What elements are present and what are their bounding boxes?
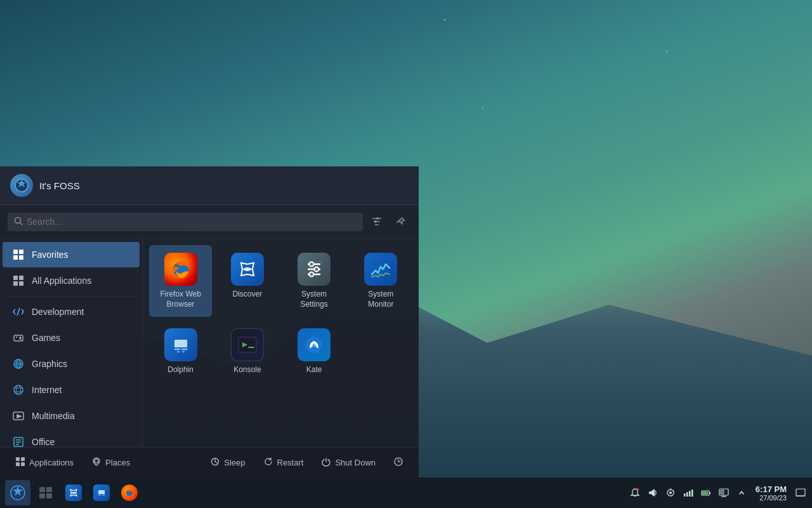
shutdown-label: Shut Down xyxy=(335,458,376,467)
firefox-label: Firefox Web Browser xyxy=(154,290,207,309)
app-item-system-settings[interactable]: System Settings xyxy=(283,245,346,317)
places-label: Places xyxy=(105,458,130,467)
kate-label: Kate xyxy=(306,365,322,375)
show-desktop-icon[interactable] xyxy=(794,486,807,499)
sidebar: Favorites All Applications xyxy=(0,239,143,447)
taskbar-dolphin[interactable] xyxy=(89,480,114,505)
svg-rect-13 xyxy=(19,276,23,280)
restart-button[interactable]: Restart xyxy=(256,453,311,472)
discover-icon xyxy=(231,253,264,286)
sidebar-item-games[interactable]: Games xyxy=(3,325,140,351)
places-button[interactable]: Places xyxy=(84,453,138,472)
svg-rect-34 xyxy=(16,442,21,443)
shutdown-icon xyxy=(321,457,331,469)
volume-tray-icon[interactable] xyxy=(664,486,677,499)
sleep-label: Sleep xyxy=(224,458,245,467)
app-item-dolphin[interactable]: Dolphin xyxy=(149,321,212,383)
sidebar-item-multimedia[interactable]: Multimedia xyxy=(3,403,140,429)
svg-rect-92 xyxy=(691,490,693,497)
notifications-tray-icon[interactable] xyxy=(629,486,641,499)
sidebar-item-label: Development xyxy=(32,307,84,317)
sidebar-item-internet[interactable]: Internet xyxy=(3,377,140,403)
svg-rect-90 xyxy=(686,492,688,497)
sidebar-item-label: Office xyxy=(32,437,55,447)
svg-rect-74 xyxy=(46,493,52,498)
restart-icon xyxy=(263,457,273,469)
taskbar-left xyxy=(5,480,142,505)
svg-rect-94 xyxy=(702,491,708,495)
svg-rect-66 xyxy=(21,462,25,466)
taskbar-firefox[interactable] xyxy=(117,480,142,505)
star xyxy=(666,51,667,52)
system-settings-label: System Settings xyxy=(288,290,341,309)
svg-rect-64 xyxy=(21,457,25,461)
clock[interactable]: 6:17 PM 27/09/23 xyxy=(753,485,789,502)
multimedia-icon xyxy=(11,409,25,423)
svg-point-26 xyxy=(14,385,23,394)
svg-rect-99 xyxy=(721,490,724,494)
favorites-icon xyxy=(11,248,25,262)
apps-grid: Firefox Web Browser Discover xyxy=(143,239,419,447)
sidebar-item-label: Multimedia xyxy=(32,411,75,421)
sidebar-item-development[interactable]: Development xyxy=(3,299,140,324)
svg-rect-17 xyxy=(14,335,23,341)
applications-button[interactable]: Applications xyxy=(8,453,81,472)
svg-rect-71 xyxy=(39,487,45,492)
search-bar xyxy=(0,205,419,239)
svg-rect-83 xyxy=(649,491,652,494)
graphics-icon xyxy=(11,357,25,371)
shutdown-button[interactable]: Shut Down xyxy=(313,453,383,472)
desktop: It's FOSS xyxy=(0,0,812,508)
app-item-system-monitor[interactable]: System Monitor xyxy=(350,245,412,317)
sidebar-item-label: Favorites xyxy=(32,250,69,260)
taskbar-discover[interactable] xyxy=(61,480,86,505)
applications-icon xyxy=(15,457,25,469)
konsole-label: Konsole xyxy=(233,365,261,375)
svg-rect-65 xyxy=(16,462,20,466)
taskbar-right: 6:17 PM 27/09/23 xyxy=(629,485,807,502)
sidebar-item-favorites[interactable]: Favorites xyxy=(3,242,140,267)
task-manager-button[interactable] xyxy=(33,480,58,505)
svg-rect-55 xyxy=(174,349,180,350)
system-settings-icon xyxy=(298,253,331,286)
expand-tray-icon[interactable] xyxy=(735,486,748,499)
sidebar-item-label: Internet xyxy=(32,385,62,395)
taskbar: 6:17 PM 27/09/23 xyxy=(0,478,812,508)
sidebar-item-all-apps[interactable]: All Applications xyxy=(3,268,140,293)
sidebar-item-office[interactable]: Office xyxy=(3,429,140,447)
svg-rect-10 xyxy=(13,255,18,260)
star xyxy=(672,267,673,267)
filter-button[interactable] xyxy=(367,211,387,232)
sidebar-item-label: All Applications xyxy=(32,276,91,286)
app-menu: It's FOSS xyxy=(0,166,419,478)
pin-button[interactable] xyxy=(391,211,411,232)
search-input-wrapper[interactable] xyxy=(8,213,363,231)
svg-rect-14 xyxy=(13,281,18,286)
logout-icon xyxy=(393,457,403,469)
sidebar-item-label: Games xyxy=(32,333,60,343)
games-icon xyxy=(11,331,25,345)
svg-point-50 xyxy=(310,262,314,267)
audio-tray-icon[interactable] xyxy=(646,486,659,499)
search-input[interactable] xyxy=(27,217,357,227)
battery-tray-icon[interactable] xyxy=(700,486,712,499)
screen-tray-icon[interactable] xyxy=(717,486,730,499)
app-item-kate[interactable]: Kate xyxy=(283,321,346,383)
dolphin-icon xyxy=(164,328,197,361)
search-icon xyxy=(14,217,23,227)
kde-menu-button[interactable] xyxy=(5,480,30,505)
app-item-firefox[interactable]: Firefox Web Browser xyxy=(149,245,212,317)
svg-point-86 xyxy=(669,491,672,494)
app-item-discover[interactable]: Discover xyxy=(216,245,278,317)
star xyxy=(444,19,445,20)
logout-button[interactable] xyxy=(386,453,411,472)
network-tray-icon[interactable] xyxy=(682,486,695,499)
development-icon xyxy=(11,305,25,319)
svg-rect-77 xyxy=(98,490,105,494)
svg-point-82 xyxy=(636,488,639,491)
kate-icon xyxy=(298,328,331,361)
sidebar-item-graphics[interactable]: Graphics xyxy=(3,351,140,377)
svg-rect-57 xyxy=(177,351,180,352)
app-item-konsole[interactable]: Konsole xyxy=(216,321,278,383)
sleep-button[interactable]: Sleep xyxy=(202,453,252,472)
